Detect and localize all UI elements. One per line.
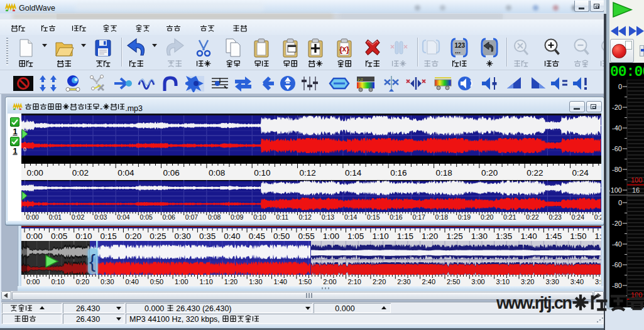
svg-text:0:40: 0:40 bbox=[125, 278, 138, 285]
svg-text:0: 0 bbox=[23, 146, 26, 152]
svg-text:2:00: 2:00 bbox=[323, 278, 336, 285]
svg-text:1:55: 1:55 bbox=[595, 232, 601, 241]
svg-text:2:50: 2:50 bbox=[447, 278, 460, 285]
svg-text:...: ... bbox=[455, 47, 461, 55]
svg-text:0:11: 0:11 bbox=[276, 213, 288, 221]
svg-text:1:00: 1:00 bbox=[323, 232, 339, 241]
svg-text:0:40: 0:40 bbox=[224, 232, 240, 241]
svg-text:0:22: 0:22 bbox=[526, 213, 539, 221]
svg-text:3:30: 3:30 bbox=[545, 278, 559, 285]
svg-text:1:15: 1:15 bbox=[397, 232, 413, 241]
svg-text:0:23: 0:23 bbox=[548, 213, 562, 221]
svg-text:0:10: 0:10 bbox=[254, 168, 270, 178]
svg-text:0:24: 0:24 bbox=[572, 213, 585, 221]
svg-text:16: 16 bbox=[632, 186, 640, 194]
svg-text:1:10: 1:10 bbox=[372, 232, 388, 241]
svg-text:0:12: 0:12 bbox=[299, 213, 312, 221]
svg-text:3:40: 3:40 bbox=[570, 278, 584, 285]
svg-text:0:10: 0:10 bbox=[253, 213, 266, 221]
svg-text:0: 0 bbox=[618, 83, 622, 90]
svg-text:0:21: 0:21 bbox=[503, 213, 516, 221]
svg-text:0:18: 0:18 bbox=[436, 168, 452, 178]
svg-text:1:30: 1:30 bbox=[249, 278, 262, 285]
svg-text:2:20: 2:20 bbox=[373, 278, 386, 285]
svg-text:0:50: 0:50 bbox=[150, 278, 163, 285]
svg-text:0:12: 0:12 bbox=[300, 168, 316, 178]
svg-text:1:05: 1:05 bbox=[347, 232, 364, 241]
svg-text:0:35: 0:35 bbox=[199, 232, 216, 241]
svg-text:0:24: 0:24 bbox=[572, 168, 589, 178]
svg-text:0:17: 0:17 bbox=[412, 213, 425, 221]
svg-text:2:10: 2:10 bbox=[348, 278, 361, 285]
svg-text:-60: -60 bbox=[612, 145, 622, 152]
svg-text:-100: -100 bbox=[609, 186, 622, 194]
svg-text:0:19: 0:19 bbox=[458, 213, 471, 221]
svg-text:0:02: 0:02 bbox=[72, 168, 89, 178]
svg-text:1:35: 1:35 bbox=[496, 232, 512, 241]
svg-text:0:03: 0:03 bbox=[94, 213, 107, 221]
svg-text:-40: -40 bbox=[612, 240, 622, 248]
svg-text:1:20: 1:20 bbox=[224, 278, 237, 285]
svg-text:♪♫: ♪♫ bbox=[357, 77, 363, 82]
svg-text:0:22: 0:22 bbox=[527, 168, 543, 178]
svg-text:0:15: 0:15 bbox=[101, 232, 117, 241]
svg-text:0:55: 0:55 bbox=[298, 232, 314, 241]
svg-text:0:10: 0:10 bbox=[75, 232, 92, 241]
svg-text:0:01: 0:01 bbox=[49, 213, 62, 221]
svg-text:0:25: 0:25 bbox=[150, 232, 166, 241]
svg-text:-40: -40 bbox=[612, 124, 622, 132]
svg-text:1:40: 1:40 bbox=[274, 278, 287, 285]
svg-text:1:10: 1:10 bbox=[199, 278, 212, 285]
svg-text:0:05: 0:05 bbox=[139, 213, 153, 221]
svg-text:0:04: 0:04 bbox=[117, 168, 134, 178]
svg-text:0:08: 0:08 bbox=[209, 168, 225, 178]
svg-text:0:20: 0:20 bbox=[481, 168, 498, 178]
svg-text:0:50: 0:50 bbox=[273, 232, 290, 241]
svg-text:-20: -20 bbox=[612, 220, 622, 227]
svg-text:1:50: 1:50 bbox=[570, 232, 586, 241]
svg-text:1:45: 1:45 bbox=[545, 232, 562, 241]
svg-text:-80: -80 bbox=[612, 166, 622, 173]
svg-text:2:30: 2:30 bbox=[397, 278, 410, 285]
svg-text:0:16: 0:16 bbox=[390, 213, 403, 221]
svg-text:0:13: 0:13 bbox=[322, 213, 335, 221]
svg-text:1:00: 1:00 bbox=[175, 278, 188, 285]
svg-text:2:40: 2:40 bbox=[422, 278, 435, 285]
svg-text:0:07: 0:07 bbox=[185, 213, 199, 221]
svg-text:0:20: 0:20 bbox=[481, 213, 494, 221]
svg-text:0:00: 0:00 bbox=[27, 168, 43, 178]
svg-text:0:18: 0:18 bbox=[435, 213, 449, 221]
svg-text:0:14: 0:14 bbox=[345, 168, 362, 178]
svg-text:3:00: 3:00 bbox=[471, 278, 484, 285]
svg-text:0:00: 0:00 bbox=[26, 232, 43, 241]
svg-text:0:09: 0:09 bbox=[231, 213, 244, 221]
svg-text:-80: -80 bbox=[612, 282, 622, 289]
svg-text:0:10: 0:10 bbox=[51, 278, 64, 285]
svg-text:0:15: 0:15 bbox=[367, 213, 380, 221]
svg-text:1:40: 1:40 bbox=[521, 232, 537, 241]
svg-text:0:00: 0:00 bbox=[26, 278, 40, 285]
svg-text:0:45: 0:45 bbox=[249, 232, 265, 241]
svg-text:0:30: 0:30 bbox=[175, 232, 191, 241]
svg-text:1:30: 1:30 bbox=[471, 232, 488, 241]
svg-text:3:20: 3:20 bbox=[521, 278, 534, 285]
svg-text:0:02: 0:02 bbox=[72, 213, 85, 221]
svg-text:0:20: 0:20 bbox=[76, 278, 89, 285]
svg-text:}: } bbox=[346, 45, 349, 54]
svg-text:0:08: 0:08 bbox=[208, 213, 221, 221]
svg-text:1:50: 1:50 bbox=[298, 278, 312, 285]
svg-text:-20: -20 bbox=[612, 104, 622, 111]
svg-text:0:14: 0:14 bbox=[344, 213, 357, 221]
svg-text:0:04: 0:04 bbox=[117, 213, 130, 221]
svg-text:0:06: 0:06 bbox=[163, 168, 180, 178]
svg-text:0:05: 0:05 bbox=[51, 232, 67, 241]
svg-text:0: 0 bbox=[618, 199, 622, 206]
svg-text:0:30: 0:30 bbox=[101, 278, 114, 285]
svg-text:-60: -60 bbox=[612, 261, 622, 269]
svg-text:100: 100 bbox=[631, 176, 642, 184]
svg-text:0:06: 0:06 bbox=[163, 213, 176, 221]
svg-text:0:16: 0:16 bbox=[390, 168, 407, 178]
svg-text:0:20: 0:20 bbox=[125, 232, 141, 241]
svg-text:3:50: 3:50 bbox=[595, 278, 601, 285]
svg-text:0:25: 0:25 bbox=[594, 213, 601, 221]
